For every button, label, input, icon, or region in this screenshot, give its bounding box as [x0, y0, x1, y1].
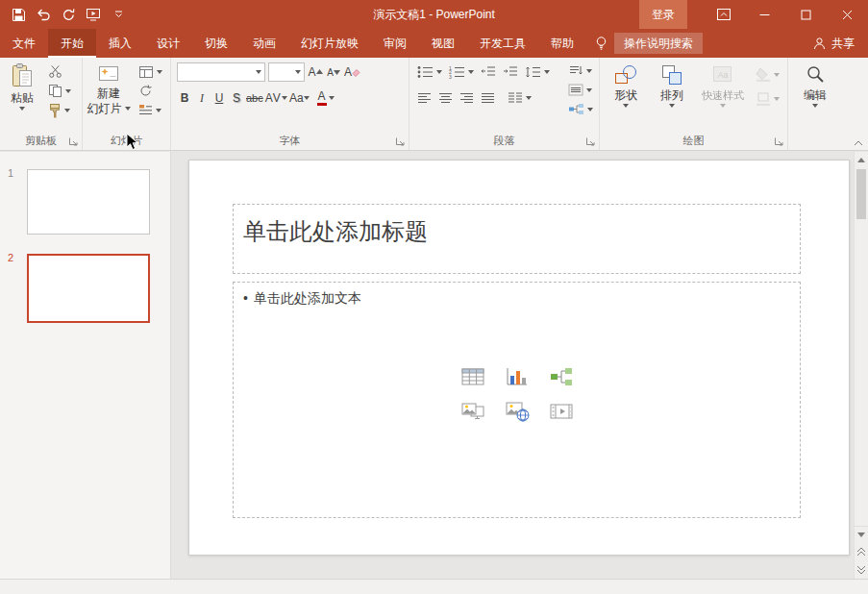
paste-icon: [12, 63, 33, 89]
reset-slide-button[interactable]: [136, 82, 164, 100]
chevron-down-icon: [65, 89, 71, 93]
vertical-scrollbar[interactable]: [854, 152, 868, 579]
tab-help[interactable]: 帮助: [538, 29, 586, 58]
bullets-button[interactable]: [415, 62, 444, 81]
align-right-icon: [459, 92, 474, 104]
strikethrough-button[interactable]: abc: [246, 88, 263, 108]
change-case-button[interactable]: Aa: [289, 88, 310, 108]
chevron-down-icon: [720, 104, 726, 108]
text-direction-button[interactable]: [566, 62, 595, 80]
tab-review[interactable]: 审阅: [371, 29, 419, 58]
grow-font-button[interactable]: A: [308, 62, 323, 82]
undo-icon: [36, 8, 51, 21]
shapes-icon: [613, 63, 638, 87]
font-name-combobox[interactable]: [177, 62, 265, 82]
new-slide-icon: [97, 63, 120, 85]
decrease-indent-button[interactable]: [479, 62, 498, 81]
arrange-button[interactable]: 排列: [650, 60, 694, 108]
copy-button[interactable]: [46, 82, 73, 100]
previous-slide-button[interactable]: [855, 542, 868, 560]
paragraph-dialog-launcher[interactable]: [585, 136, 597, 148]
insert-table-button[interactable]: [459, 365, 487, 388]
tab-animations[interactable]: 动画: [240, 29, 288, 58]
bold-button[interactable]: B: [177, 88, 192, 108]
text-shadow-button[interactable]: S: [229, 88, 244, 108]
share-button[interactable]: 共享: [812, 29, 868, 58]
tab-design[interactable]: 设计: [144, 29, 192, 58]
paste-label: 粘贴: [11, 91, 34, 105]
drawing-dialog-launcher[interactable]: [774, 136, 785, 148]
align-right-button[interactable]: [458, 88, 476, 107]
slide-canvas[interactable]: 单击此处添加标题 • 单击此处添加文本: [188, 160, 850, 556]
clear-formatting-button[interactable]: A: [344, 62, 360, 82]
justify-icon: [481, 92, 495, 104]
shapes-button[interactable]: 形状: [604, 60, 648, 108]
tab-insert[interactable]: 插入: [96, 29, 144, 58]
insert-video-icon: [549, 401, 574, 422]
ribbon-display-options-button[interactable]: [703, 0, 744, 29]
online-pictures-button[interactable]: [503, 400, 532, 423]
paste-button[interactable]: 粘贴: [3, 60, 41, 111]
tab-developer[interactable]: 开发工具: [467, 29, 538, 58]
customize-qat-button[interactable]: [108, 3, 129, 26]
shape-fill-button[interactable]: [754, 65, 781, 84]
slide-canvas-area: 单击此处添加标题 • 单击此处添加文本: [171, 152, 868, 579]
chevron-down-icon: [587, 108, 593, 111]
paragraph-group-label: 段落: [409, 134, 599, 148]
font-color-button[interactable]: A: [317, 88, 335, 108]
scroll-up-button[interactable]: [855, 152, 868, 167]
slide-2-thumbnail[interactable]: [27, 254, 150, 323]
minimize-button[interactable]: [744, 0, 785, 29]
tab-transitions[interactable]: 切换: [192, 29, 240, 58]
insert-smartart-button[interactable]: [547, 365, 576, 388]
scroll-down-button[interactable]: [855, 527, 868, 542]
tab-view[interactable]: 视图: [419, 29, 467, 58]
align-left-button[interactable]: [415, 88, 434, 107]
redo-button[interactable]: [58, 3, 79, 26]
collapse-ribbon-button[interactable]: [854, 140, 863, 146]
scrollbar-thumb[interactable]: [856, 169, 866, 219]
start-slideshow-button[interactable]: [83, 3, 104, 26]
quick-styles-button[interactable]: Aa 快速样式: [696, 60, 750, 108]
title-placeholder[interactable]: 单击此处添加标题: [233, 204, 801, 274]
section-button[interactable]: [136, 101, 164, 119]
line-spacing-button[interactable]: [523, 62, 552, 81]
sign-in-button[interactable]: 登录: [639, 0, 687, 29]
numbering-button[interactable]: 123: [447, 62, 476, 81]
tab-slideshow[interactable]: 幻灯片放映: [288, 29, 371, 58]
maximize-button[interactable]: [785, 0, 827, 29]
shape-outline-button[interactable]: [754, 89, 781, 108]
align-text-button[interactable]: [566, 81, 595, 99]
tell-me-search-input[interactable]: 操作说明搜索: [614, 33, 703, 54]
insert-chart-button[interactable]: [503, 365, 532, 388]
insert-picture-button[interactable]: [459, 400, 487, 423]
tab-home[interactable]: 开始: [48, 29, 96, 58]
new-slide-button[interactable]: 新建 幻灯片: [85, 60, 133, 115]
cut-button[interactable]: [46, 62, 73, 81]
font-dialog-launcher[interactable]: [395, 136, 407, 148]
insert-video-button[interactable]: [547, 400, 576, 423]
chevron-down-icon: [586, 69, 592, 73]
format-painter-button[interactable]: [46, 101, 73, 119]
italic-button[interactable]: I: [194, 88, 210, 108]
next-slide-button[interactable]: [855, 560, 868, 579]
slide-layout-button[interactable]: [136, 62, 164, 81]
save-button[interactable]: [8, 3, 29, 26]
tell-me: 操作说明搜索: [594, 29, 703, 58]
underline-button[interactable]: U: [211, 88, 227, 108]
columns-button[interactable]: [506, 88, 533, 107]
close-button[interactable]: [827, 0, 868, 29]
convert-to-smartart-button[interactable]: [566, 100, 595, 118]
align-center-button[interactable]: [436, 88, 455, 107]
clipboard-dialog-launcher[interactable]: [68, 136, 80, 148]
tab-file[interactable]: 文件: [0, 29, 48, 58]
editing-button[interactable]: 编辑: [793, 60, 837, 108]
justify-button[interactable]: [479, 88, 497, 107]
font-size-combobox[interactable]: [268, 62, 305, 82]
slide-1-thumbnail[interactable]: [27, 169, 150, 235]
shrink-font-button[interactable]: A: [326, 62, 341, 82]
content-placeholder[interactable]: • 单击此处添加文本: [233, 282, 801, 518]
increase-indent-button[interactable]: [501, 62, 520, 81]
undo-button[interactable]: [33, 3, 54, 26]
character-spacing-button[interactable]: AV: [265, 88, 287, 108]
